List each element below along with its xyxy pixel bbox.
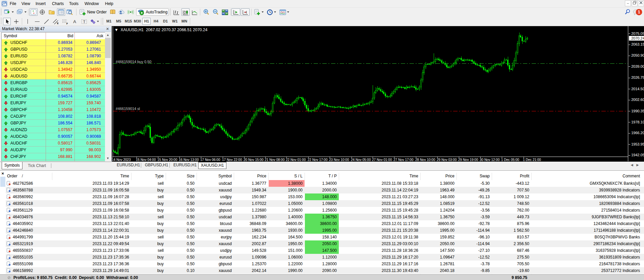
svg-text:E: E [57, 22, 59, 24]
svg-text:1: 1 [638, 9, 640, 14]
svg-text:T: T [83, 19, 85, 23]
svg-text:F: F [66, 22, 68, 24]
